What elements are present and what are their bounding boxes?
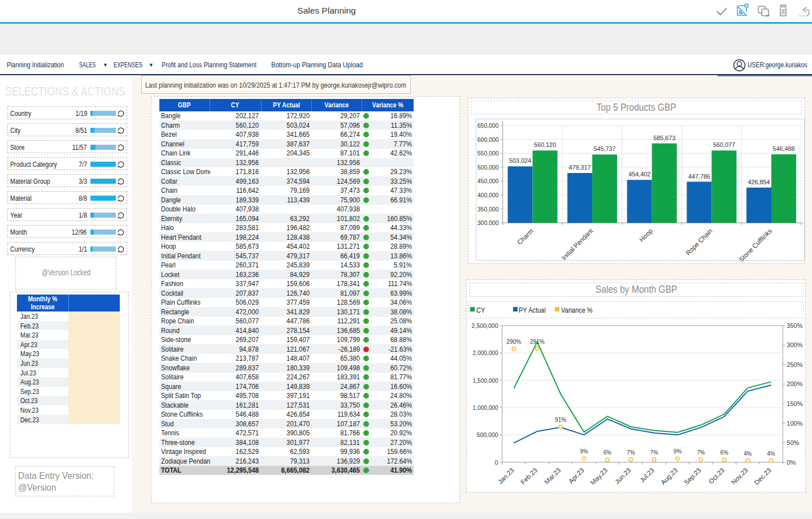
svg-text:150%: 150% — [787, 400, 802, 407]
svg-text:545,737: 545,737 — [594, 145, 616, 152]
svg-text:Dec.23: Dec.23 — [753, 466, 772, 486]
svg-text:Nov.23: Nov.23 — [730, 466, 749, 486]
svg-text:350,000: 350,000 — [477, 206, 499, 213]
svg-text:600,000: 600,000 — [477, 136, 499, 143]
svg-text:May.23: May.23 — [589, 466, 609, 486]
svg-text:546,488: 546,488 — [773, 145, 795, 152]
svg-text:Jun.23: Jun.23 — [614, 466, 632, 485]
svg-text:454,402: 454,402 — [628, 171, 650, 178]
svg-text:426,854: 426,854 — [748, 179, 771, 185]
svg-text:91%: 91% — [555, 416, 566, 423]
svg-text:650,000: 650,000 — [477, 122, 499, 129]
svg-text:100%: 100% — [787, 420, 802, 427]
svg-text:200%: 200% — [787, 380, 802, 387]
svg-text:4%: 4% — [767, 450, 775, 457]
svg-text:Mar.23: Mar.23 — [543, 466, 562, 485]
svg-text:0%: 0% — [787, 459, 796, 466]
svg-text:Oct.23: Oct.23 — [707, 466, 726, 485]
svg-text:291%: 291% — [530, 338, 545, 345]
svg-text:560,120: 560,120 — [534, 141, 556, 148]
svg-text:9%: 9% — [674, 448, 681, 455]
svg-text:250%: 250% — [787, 361, 802, 368]
svg-text:Jul.23: Jul.23 — [639, 466, 655, 483]
svg-text:503,024: 503,024 — [509, 157, 532, 164]
svg-text:500,000: 500,000 — [477, 164, 499, 171]
svg-text:450,000: 450,000 — [477, 178, 499, 184]
svg-text:500,000: 500,000 — [477, 431, 498, 438]
svg-text:Apr.23: Apr.23 — [567, 466, 585, 485]
svg-text:4%: 4% — [744, 450, 752, 457]
svg-text:Sep.23: Sep.23 — [683, 466, 702, 486]
svg-text:300%: 300% — [787, 341, 802, 348]
svg-text:479,317: 479,317 — [569, 164, 591, 171]
svg-text:550,000: 550,000 — [477, 150, 499, 157]
svg-text:1,500,000: 1,500,000 — [473, 377, 498, 384]
svg-text:7%: 7% — [627, 449, 635, 456]
svg-text:6%: 6% — [720, 449, 728, 456]
svg-text:290%: 290% — [506, 338, 521, 345]
svg-text:7%: 7% — [650, 449, 658, 456]
svg-text:9%: 9% — [580, 448, 588, 455]
svg-text:6%: 6% — [603, 449, 611, 456]
svg-text:0: 0 — [495, 459, 498, 466]
svg-text:2,000,000: 2,000,000 — [473, 349, 498, 356]
svg-text:350%: 350% — [787, 322, 802, 329]
svg-text:Feb.23: Feb.23 — [519, 466, 539, 486]
svg-text:7%: 7% — [697, 449, 705, 456]
svg-text:Aug.23: Aug.23 — [659, 466, 679, 486]
svg-text:447,786: 447,786 — [688, 173, 710, 180]
svg-text:2,500,000: 2,500,000 — [472, 322, 498, 329]
svg-text:1,000,000: 1,000,000 — [473, 404, 498, 411]
svg-text:Jan.23: Jan.23 — [497, 466, 515, 485]
svg-text:400,000: 400,000 — [477, 192, 499, 198]
svg-text:50%: 50% — [787, 439, 799, 446]
svg-text:585,673: 585,673 — [653, 135, 675, 141]
svg-text:300,000: 300,000 — [477, 219, 499, 226]
svg-text:560,077: 560,077 — [713, 141, 735, 148]
